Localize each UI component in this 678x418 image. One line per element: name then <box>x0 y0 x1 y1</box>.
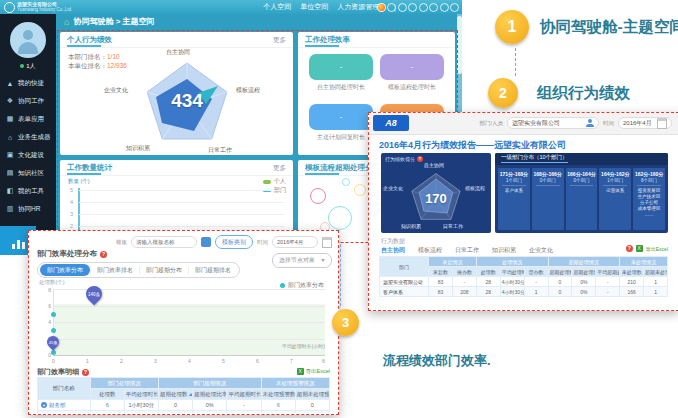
expand-plus-icon[interactable] <box>41 402 47 408</box>
col-header[interactable]: 平均处理时长 <box>124 389 158 400</box>
col-header[interactable]: 未处理预警数 <box>261 389 295 400</box>
calendar-icon[interactable] <box>657 118 667 129</box>
dept-cell[interactable]: 生产技术部 <box>38 411 91 414</box>
tab-efficiency-rank[interactable]: 部门效率排名 <box>90 266 139 275</box>
sidebar-item-label: 知识社区 <box>18 169 44 178</box>
avatar[interactable] <box>10 22 46 58</box>
nav-personal-space[interactable]: 个人空间 <box>263 2 291 12</box>
score-column[interactable]: 168分-166分 0个部门 <box>532 168 564 230</box>
back-icon[interactable] <box>398 3 407 12</box>
dept-cell[interactable]: 客户体系 <box>380 287 429 297</box>
sidebar-item-builder[interactable]: ⌂业务生成器 <box>0 128 56 146</box>
nav-unit-space[interactable]: 单位空间 <box>300 2 328 12</box>
report-filter-bar: 部门/人员 远望实业有限公司 时间 2016年4月 <box>479 117 672 129</box>
builder-icon: ⌂ <box>6 134 14 141</box>
export-excel[interactable]: 导出Excel <box>297 368 330 375</box>
tab-first-level-depts[interactable]: 一级部门分布（10个部门） <box>501 154 568 163</box>
tab-overdue-rank[interactable]: 部门超期排名 <box>188 266 237 275</box>
cell: - <box>227 400 261 411</box>
time-input[interactable] <box>272 236 318 248</box>
excel-icon[interactable] <box>636 245 643 252</box>
template-picker-icon[interactable] <box>201 237 211 247</box>
col-header[interactable]: 平均处理时长 <box>500 267 524 277</box>
help-icon[interactable] <box>626 245 633 252</box>
col-header[interactable]: 超期未处理预警数 <box>295 389 329 400</box>
knowledge-icon: ▤ <box>6 169 14 177</box>
col-header[interactable]: 督办数 <box>524 267 548 277</box>
cell[interactable]: 3 <box>90 411 124 414</box>
dept-input[interactable]: 远望实业有限公司 <box>507 117 599 129</box>
x-tick: 2 <box>120 358 123 364</box>
col-header[interactable]: 未处理数 <box>620 267 644 277</box>
col-header[interactable]: 催办数 <box>452 267 476 277</box>
sidebar-item-shortcuts[interactable]: ▲我的快捷 <box>0 74 56 92</box>
behavior-tabs: 自主协同 模板流程 日常工作 知识积累 企业文化 <box>381 246 553 255</box>
score-column[interactable]: 162分-160分 8个部门 投资发展部 生产技术部 分子公司 成本管理部 …… <box>633 168 665 230</box>
message-icon[interactable] <box>419 3 428 12</box>
tab-culture[interactable]: 企业文化 <box>529 246 553 255</box>
col-header[interactable]: 超期未处理数 <box>644 267 668 277</box>
cell[interactable]: 6 <box>90 400 124 411</box>
y-tick: 8 <box>43 287 51 293</box>
col-group: 未处理情况 <box>620 257 668 267</box>
dept-cell[interactable]: 财务部 <box>38 400 91 411</box>
col-header[interactable]: 超期处理比率 <box>572 267 596 277</box>
help-icon[interactable] <box>417 156 423 162</box>
tab-template-process[interactable]: 模板流程 <box>418 246 442 255</box>
calendar-icon[interactable] <box>322 237 332 248</box>
col-header[interactable]: 平均超期时长 <box>227 389 261 400</box>
apps-icon[interactable] <box>440 3 449 12</box>
cell: - <box>596 287 620 297</box>
dept-distribution-panel: 一级部门分布（10个部门） 171分-168分 1个部门 客户体系 168分-1… <box>495 153 668 233</box>
col-header[interactable]: 超期处理数 <box>548 267 572 277</box>
cell[interactable]: 6 <box>261 400 295 411</box>
col-header: 部门名称 <box>38 378 91 400</box>
score-column[interactable]: 164分-162分 1个部门 运营体系 <box>599 168 631 230</box>
col-header[interactable]: 平均超期处理时长 <box>596 267 620 277</box>
col-header[interactable]: 超期处理数 <box>159 389 193 400</box>
forward-icon[interactable] <box>408 3 417 12</box>
col-header[interactable]: 发起数 <box>429 267 453 277</box>
score-column[interactable]: 171分-168分 1个部门 客户体系 <box>498 168 530 230</box>
person-icon[interactable] <box>586 119 594 127</box>
cell[interactable]: 3 <box>261 411 295 414</box>
hr-icon: ▥ <box>6 205 14 213</box>
score-column[interactable]: 166分-164分 0个部门 <box>566 168 598 230</box>
template-category-button[interactable]: 模板类别 <box>215 235 253 249</box>
help-icon[interactable] <box>100 251 107 258</box>
tab-self-collab[interactable]: 自主协同 <box>381 246 405 255</box>
help-icon[interactable] <box>82 369 89 376</box>
sidebar-item-hr[interactable]: ▥协同HR <box>0 200 56 218</box>
node-select[interactable]: 选择节点对象 <box>272 253 332 268</box>
sidebar-item-tools[interactable]: ◧我的工具 <box>0 182 56 200</box>
avatar-body-icon <box>18 42 38 54</box>
dept-cell[interactable]: 远望实业有限公司 <box>380 277 429 287</box>
template-search-input[interactable] <box>131 236 197 248</box>
col-header[interactable]: 处理数 <box>476 267 500 277</box>
home-icon[interactable]: ⌂ <box>64 17 69 27</box>
tab-efficiency-dist[interactable]: 部门效率分布 <box>40 264 90 276</box>
x-tick: 8 <box>322 358 325 364</box>
sidebar-item-forms[interactable]: ▦表单应用 <box>0 110 56 128</box>
sidebar-item-culture[interactable]: ▣文化建设 <box>0 146 56 164</box>
cell: 28 <box>476 287 500 297</box>
sidebar-item-collaboration[interactable]: ❖协同工作 <box>0 92 56 110</box>
dept-filter-label: 部门/人员 <box>479 120 503 127</box>
help-circle-icon[interactable] <box>387 3 396 12</box>
mention-icon[interactable] <box>429 3 438 12</box>
tab-overdue-dist[interactable]: 部门超期分布 <box>139 266 188 275</box>
report-header: A8 部门/人员 远望实业有限公司 时间 2016年4月 <box>369 113 678 135</box>
tab-knowledge[interactable]: 知识积累 <box>492 246 516 255</box>
sidebar-item-label: 业务生成器 <box>18 133 51 142</box>
export-label[interactable]: 导出Excel <box>646 246 668 252</box>
gridline <box>53 322 325 323</box>
col-header[interactable]: 处理数 <box>90 389 124 400</box>
col-header[interactable]: 超期处理比率 <box>193 389 227 400</box>
settings-icon[interactable] <box>450 3 459 12</box>
tab-daily-work[interactable]: 日常工作 <box>455 246 479 255</box>
sidebar-item-knowledge[interactable]: ▤知识社区 <box>0 164 56 182</box>
radar-axis-label: 企业文化 <box>383 185 403 191</box>
score-range: 171分-168分 <box>498 168 530 177</box>
theme-icon[interactable] <box>377 3 386 12</box>
time-input[interactable]: 2016年4月 <box>618 117 672 129</box>
